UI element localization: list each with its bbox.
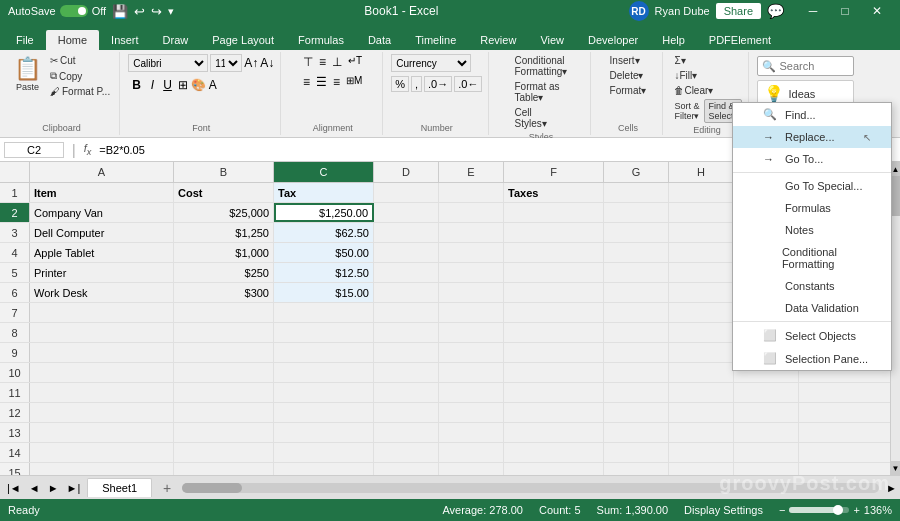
percent-icon[interactable]: % xyxy=(391,76,409,92)
zoom-thumb[interactable] xyxy=(833,505,843,515)
merge-cells-icon[interactable]: ⊞M xyxy=(344,74,364,90)
zoom-in-button[interactable]: + xyxy=(853,504,859,516)
sheet-tab-sheet1[interactable]: Sheet1 xyxy=(87,478,152,497)
cell-b3[interactable]: $1,250 xyxy=(174,223,274,242)
scroll-down-button[interactable]: ▼ xyxy=(891,461,901,475)
sheet-nav-last[interactable]: ►| xyxy=(64,481,84,495)
close-button[interactable]: ✕ xyxy=(862,0,892,22)
cell-f4[interactable] xyxy=(504,243,604,262)
sort-filter-button[interactable]: Sort &Filter▾ xyxy=(671,99,702,123)
cell-c2[interactable]: $1,250.00 xyxy=(274,203,374,222)
align-top-icon[interactable]: ⊤ xyxy=(301,54,315,70)
cell-g1[interactable] xyxy=(604,183,669,202)
clear-button[interactable]: 🗑Clear▾ xyxy=(671,84,716,97)
col-header-c[interactable]: C xyxy=(274,162,374,182)
cell-c1[interactable]: Tax xyxy=(274,183,374,202)
cell-a6[interactable]: Work Desk xyxy=(30,283,174,302)
insert-button[interactable]: Insert▾ xyxy=(607,54,643,67)
row-num-2[interactable]: 2 xyxy=(0,203,30,222)
cell-f1[interactable]: Taxes xyxy=(504,183,604,202)
tab-developer[interactable]: Developer xyxy=(576,30,650,50)
conditional-formatting-button[interactable]: ConditionalFormatting▾ xyxy=(512,54,571,78)
paste-button[interactable]: 📋 Paste xyxy=(10,54,45,94)
font-size-select[interactable]: 11 xyxy=(210,54,242,72)
cell-reference-box[interactable] xyxy=(4,142,64,158)
tab-insert[interactable]: Insert xyxy=(99,30,151,50)
tab-timeline[interactable]: Timeline xyxy=(403,30,468,50)
delete-button[interactable]: Delete▾ xyxy=(607,69,647,82)
select-objects-menu-item[interactable]: ⬜ Select Objects xyxy=(733,324,891,347)
fill-color-icon[interactable]: 🎨 xyxy=(191,78,206,92)
cell-e6[interactable] xyxy=(439,283,504,302)
goto-special-menu-item[interactable]: Go To Special... xyxy=(733,175,891,197)
zoom-slider[interactable] xyxy=(789,507,849,513)
col-header-a[interactable]: A xyxy=(30,162,174,182)
decrease-decimal-icon[interactable]: .0← xyxy=(454,76,482,92)
underline-button[interactable]: U xyxy=(160,77,175,93)
cell-d1[interactable] xyxy=(374,183,439,202)
more-quick-access-icon[interactable]: ▾ xyxy=(168,5,174,18)
bold-button[interactable]: B xyxy=(128,76,145,94)
cell-g4[interactable] xyxy=(604,243,669,262)
cell-h2[interactable] xyxy=(669,203,734,222)
tab-data[interactable]: Data xyxy=(356,30,403,50)
cell-e3[interactable] xyxy=(439,223,504,242)
formulas-menu-item[interactable]: Formulas xyxy=(733,197,891,219)
cell-c3[interactable]: $62.50 xyxy=(274,223,374,242)
zoom-out-button[interactable]: − xyxy=(779,504,785,516)
replace-menu-item[interactable]: → Replace... ↖ xyxy=(733,126,891,148)
tab-home[interactable]: Home xyxy=(46,30,99,50)
goto-menu-item[interactable]: → Go To... xyxy=(733,148,891,170)
cell-h1[interactable] xyxy=(669,183,734,202)
cell-d2[interactable] xyxy=(374,203,439,222)
save-icon[interactable]: 💾 xyxy=(112,4,128,19)
tab-formulas[interactable]: Formulas xyxy=(286,30,356,50)
tab-view[interactable]: View xyxy=(528,30,576,50)
col-header-e[interactable]: E xyxy=(439,162,504,182)
format-as-table-button[interactable]: Format asTable▾ xyxy=(512,80,563,104)
cell-b4[interactable]: $1,000 xyxy=(174,243,274,262)
font-grow-icon[interactable]: A↑ xyxy=(244,56,258,70)
comments-icon[interactable]: 💬 xyxy=(767,3,784,19)
share-button[interactable]: Share xyxy=(716,3,761,19)
search-input[interactable] xyxy=(779,60,849,72)
row-num-3[interactable]: 3 xyxy=(0,223,30,242)
increase-decimal-icon[interactable]: .0→ xyxy=(424,76,452,92)
comma-icon[interactable]: , xyxy=(411,76,422,92)
cell-d6[interactable] xyxy=(374,283,439,302)
cell-d5[interactable] xyxy=(374,263,439,282)
maximize-button[interactable]: □ xyxy=(830,0,860,22)
cell-a3[interactable]: Dell Computer xyxy=(30,223,174,242)
format-painter-button[interactable]: 🖌Format P... xyxy=(47,85,113,98)
data-validation-menu-item[interactable]: Data Validation xyxy=(733,297,891,319)
row-num-4[interactable]: 4 xyxy=(0,243,30,262)
row-num-5[interactable]: 5 xyxy=(0,263,30,282)
constants-menu-item[interactable]: Constants xyxy=(733,275,891,297)
row-num-1[interactable]: 1 xyxy=(0,183,30,202)
cell-e4[interactable] xyxy=(439,243,504,262)
cell-f3[interactable] xyxy=(504,223,604,242)
tab-pdfelement[interactable]: PDFElement xyxy=(697,30,783,50)
cell-c5[interactable]: $12.50 xyxy=(274,263,374,282)
number-format-select[interactable]: Currency xyxy=(391,54,471,72)
cell-b6[interactable]: $300 xyxy=(174,283,274,302)
row-num-6[interactable]: 6 xyxy=(0,283,30,302)
cell-a1[interactable]: Item xyxy=(30,183,174,202)
align-center-icon[interactable]: ☰ xyxy=(314,74,329,90)
cell-f5[interactable] xyxy=(504,263,604,282)
tab-review[interactable]: Review xyxy=(468,30,528,50)
cell-e2[interactable] xyxy=(439,203,504,222)
cell-e1[interactable] xyxy=(439,183,504,202)
cell-g6[interactable] xyxy=(604,283,669,302)
font-color-icon[interactable]: A xyxy=(209,78,217,92)
cell-b1[interactable]: Cost xyxy=(174,183,274,202)
cell-h6[interactable] xyxy=(669,283,734,302)
col-header-h[interactable]: H xyxy=(669,162,734,182)
cell-g5[interactable] xyxy=(604,263,669,282)
border-icon[interactable]: ⊞ xyxy=(178,78,188,92)
cell-d3[interactable] xyxy=(374,223,439,242)
cell-f6[interactable] xyxy=(504,283,604,302)
align-left-icon[interactable]: ≡ xyxy=(301,74,312,90)
autosum-button[interactable]: Σ▾ xyxy=(671,54,688,67)
cell-b2[interactable]: $25,000 xyxy=(174,203,274,222)
